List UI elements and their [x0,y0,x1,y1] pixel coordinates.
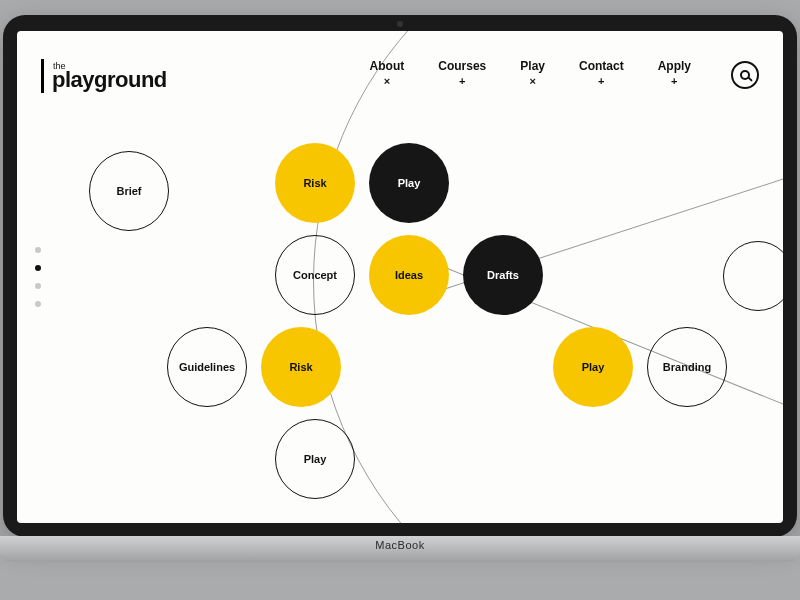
nav-symbol: × [370,75,405,87]
bubble-label: Play [304,453,327,465]
search-button[interactable] [731,61,759,89]
bubble-risk-2[interactable]: Risk [261,327,341,407]
pager-dot-1[interactable] [35,265,41,271]
bubble-ideas[interactable]: Ideas [369,235,449,315]
nav-symbol: + [438,75,486,87]
bubble-blank-right[interactable] [723,241,783,311]
nav-courses[interactable]: Courses + [438,59,486,87]
bubble-label: Risk [303,177,326,189]
device-label: MacBook [0,539,800,551]
search-icon [740,70,750,80]
pager [35,247,41,307]
bubble-label: Play [398,177,421,189]
logo-word: playground [52,69,167,91]
nav-symbol: + [579,75,624,87]
logo[interactable]: the playground [41,59,167,93]
header: the playground About × Courses + Play × [41,59,759,107]
nav-play[interactable]: Play × [520,59,545,87]
nav: About × Courses + Play × Contact + Apply [370,59,759,89]
logo-bar [41,59,44,93]
nav-label: Contact [579,59,624,73]
bubble-drafts[interactable]: Drafts [463,235,543,315]
bubble-guidelines[interactable]: Guidelines [167,327,247,407]
bubble-label: Ideas [395,269,423,281]
nav-label: Play [520,59,545,73]
screen: the playground About × Courses + Play × [17,31,783,523]
bubble-label: Risk [289,361,312,373]
pager-dot-2[interactable] [35,283,41,289]
device-frame: the playground About × Courses + Play × [3,15,797,537]
device-hinge: MacBook [0,536,800,562]
pager-dot-3[interactable] [35,301,41,307]
bubble-concept[interactable]: Concept [275,235,355,315]
camera-dot [397,21,403,27]
bubble-branding[interactable]: Branding [647,327,727,407]
bubble-label: Play [582,361,605,373]
nav-label: About [370,59,405,73]
nav-about[interactable]: About × [370,59,405,87]
bubble-risk-1[interactable]: Risk [275,143,355,223]
nav-apply[interactable]: Apply + [658,59,691,87]
nav-symbol: × [520,75,545,87]
bubble-play-3[interactable]: Play [275,419,355,499]
bubble-play-2[interactable]: Play [553,327,633,407]
pager-dot-0[interactable] [35,247,41,253]
bubble-label: Brief [116,185,141,197]
bubble-label: Drafts [487,269,519,281]
bubble-label: Concept [293,269,337,281]
bubble-label: Branding [663,361,711,373]
bubble-play-1[interactable]: Play [369,143,449,223]
nav-label: Courses [438,59,486,73]
bubble-brief[interactable]: Brief [89,151,169,231]
bubble-label: Guidelines [179,361,235,373]
nav-contact[interactable]: Contact + [579,59,624,87]
nav-label: Apply [658,59,691,73]
nav-symbol: + [658,75,691,87]
